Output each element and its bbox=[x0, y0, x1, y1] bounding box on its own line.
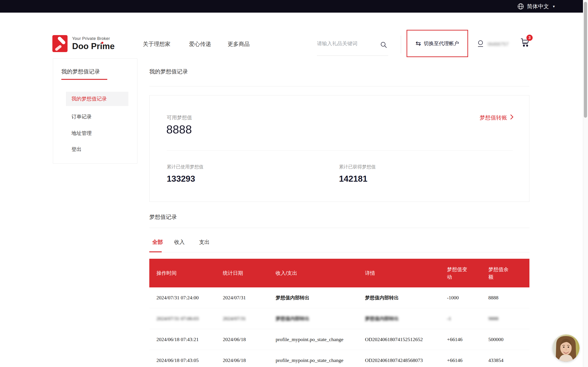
tabs-baseline bbox=[149, 252, 529, 252]
cell-income-expense: profile_mypoint.po_state_change bbox=[276, 336, 343, 342]
available-points-value: 8888 bbox=[166, 123, 192, 136]
cell-stat-date: 2024/06/18 bbox=[223, 336, 246, 342]
table-row: 2024/06/18 07:43:21 2024/06/18 profile_m… bbox=[149, 329, 529, 350]
cell-stat-date: 2024/07/31 bbox=[223, 295, 246, 300]
cell-points-balance: 9888 bbox=[488, 316, 498, 321]
col-header-stat-date: 统计日期 bbox=[223, 270, 276, 277]
brand-i-dot bbox=[101, 42, 103, 44]
scrollbar-track bbox=[583, 0, 588, 367]
cell-points-change: +66146 bbox=[447, 357, 462, 363]
language-label: 简体中文 bbox=[527, 3, 549, 10]
logo-brand-name: Doo Prime bbox=[72, 42, 115, 51]
card-divider bbox=[167, 150, 513, 151]
sidebar-title: 我的梦想值记录 bbox=[61, 68, 100, 75]
cell-points-balance: 8888 bbox=[488, 295, 498, 300]
gift-search bbox=[317, 37, 388, 56]
table-row: 2024/07/31 07:24:00 2024/07/31 梦想值内部转出 梦… bbox=[149, 287, 529, 308]
page-title: 我的梦想值记录 bbox=[149, 68, 188, 75]
logo-mark-icon bbox=[52, 35, 68, 52]
search-icon[interactable] bbox=[380, 41, 387, 49]
tab-expense[interactable]: 支出 bbox=[199, 239, 210, 246]
records-section-divider bbox=[149, 228, 529, 228]
cell-detail: OD20240618074152512652 bbox=[365, 336, 423, 342]
cell-income-expense: 梦想值内部转出 bbox=[276, 316, 309, 321]
support-avatar-widget[interactable] bbox=[552, 334, 579, 361]
points-transfer-link[interactable]: 梦想值转账 bbox=[480, 114, 514, 122]
cell-points-change: +66146 bbox=[447, 336, 462, 342]
col-header-points-balance: 梦想值余额 bbox=[488, 266, 529, 281]
cart-count-badge: 3 bbox=[527, 35, 533, 41]
top-utility-bar: 简体中文 ▼ bbox=[0, 0, 583, 13]
records-section-title: 梦想值记录 bbox=[149, 213, 177, 221]
cell-income-expense: 梦想值内部转出 bbox=[276, 295, 309, 300]
site-header: Your Private Broker Doo Prime 关于理想家 爱心传递… bbox=[0, 13, 583, 49]
active-tab-underline bbox=[149, 251, 162, 252]
table-header-row: 操作时间 统计日期 收入/支出 详情 梦想值变动 梦想值余额 bbox=[149, 259, 529, 287]
account-menu[interactable]: 9M88757 bbox=[477, 40, 509, 49]
cell-stat-date: 2024/06/18 bbox=[223, 357, 246, 363]
cell-points-change: -1 bbox=[447, 316, 451, 321]
chevron-down-icon: ▼ bbox=[552, 5, 555, 8]
sidebar-title-underline bbox=[61, 79, 107, 80]
earned-points-value: 142181 bbox=[339, 174, 376, 184]
cell-detail: OD20240618074248568073 bbox=[365, 357, 423, 363]
used-points-stat: 累计已使用梦想值 133293 bbox=[167, 164, 204, 184]
logo-tagline: Your Private Broker bbox=[72, 36, 115, 41]
scrollbar-thumb[interactable] bbox=[584, 2, 587, 118]
username-masked: 9M88757 bbox=[488, 41, 509, 47]
cell-stat-date: 2024/07/31 bbox=[223, 316, 246, 321]
earned-points-label: 累计已获得梦想值 bbox=[339, 164, 376, 170]
cell-points-balance: 433854 bbox=[488, 357, 503, 363]
col-header-detail: 详情 bbox=[365, 270, 447, 277]
cell-detail: 梦想值内部转出 bbox=[365, 295, 399, 300]
switch-to-agent-account-button[interactable]: ⇆ 切换至代理帐户 bbox=[406, 30, 468, 57]
col-header-income-expense: 收入/支出 bbox=[276, 270, 365, 277]
cell-operation-time: 2024/07/31 07:24:00 bbox=[156, 295, 199, 300]
col-header-points-change: 梦想值变动 bbox=[447, 266, 488, 281]
cell-points-change: -1000 bbox=[447, 295, 459, 300]
user-icon bbox=[477, 40, 484, 49]
cell-operation-time: 2024/07/31 07:06:03 bbox=[156, 316, 199, 321]
cell-detail: 梦想值内部转出 bbox=[365, 316, 399, 321]
doo-prime-logo[interactable]: Your Private Broker Doo Prime bbox=[52, 35, 115, 52]
used-points-value: 133293 bbox=[167, 174, 204, 184]
swap-arrows-icon: ⇆ bbox=[415, 40, 421, 47]
cart-icon bbox=[520, 44, 531, 48]
records-table: 操作时间 统计日期 收入/支出 详情 梦想值变动 梦想值余额 2024/07/3… bbox=[149, 259, 529, 367]
available-points-label: 可用梦想值 bbox=[167, 114, 192, 121]
col-header-operation-time: 操作时间 bbox=[149, 270, 223, 277]
sidebar-item-order-history[interactable]: 订单记录 bbox=[66, 110, 128, 124]
table-row: 2024/06/18 07:43:05 2024/06/18 profile_m… bbox=[149, 350, 529, 367]
dream-points-summary-card: 可用梦想值 8888 梦想值转账 累计已使用梦想值 133293 累计已获得梦想… bbox=[149, 95, 529, 202]
records-tabs: 全部 收入 支出 bbox=[149, 239, 529, 252]
avatar-photo bbox=[552, 334, 579, 361]
account-sidebar: 我的梦想值记录 我的梦想值记录 订单记录 地址管理 登出 bbox=[53, 58, 137, 164]
earned-points-stat: 累计已获得梦想值 142181 bbox=[339, 164, 376, 184]
chevron-right-icon bbox=[510, 114, 514, 122]
cell-income-expense: profile_mypoint.po_state_change bbox=[276, 357, 343, 363]
cell-operation-time: 2024/06/18 07:43:05 bbox=[156, 357, 199, 363]
sidebar-item-logout[interactable]: 登出 bbox=[66, 142, 128, 156]
header-divider bbox=[401, 35, 401, 53]
language-selector[interactable]: 简体中文 ▼ bbox=[517, 0, 555, 13]
tab-income[interactable]: 收入 bbox=[174, 239, 185, 246]
table-row-blurred: 2024/07/31 07:06:03 2024/07/31 梦想值内部转出 梦… bbox=[149, 308, 529, 329]
nav-item-more-products[interactable]: 更多商品 bbox=[228, 40, 250, 48]
search-input[interactable] bbox=[317, 41, 374, 47]
nav-item-about[interactable]: 关于理想家 bbox=[143, 40, 170, 48]
sidebar-item-my-dream-points[interactable]: 我的梦想值记录 bbox=[66, 92, 128, 106]
cell-points-balance: 500000 bbox=[488, 336, 503, 342]
cell-operation-time: 2024/06/18 07:43:21 bbox=[156, 336, 199, 342]
sidebar-item-address-management[interactable]: 地址管理 bbox=[66, 126, 128, 140]
nav-item-charity[interactable]: 爱心传递 bbox=[189, 40, 211, 48]
used-points-label: 累计已使用梦想值 bbox=[167, 164, 204, 170]
tab-all[interactable]: 全部 bbox=[152, 239, 163, 246]
cart-button[interactable]: 3 bbox=[520, 37, 531, 48]
title-divider bbox=[149, 86, 529, 86]
globe-icon bbox=[517, 3, 524, 10]
